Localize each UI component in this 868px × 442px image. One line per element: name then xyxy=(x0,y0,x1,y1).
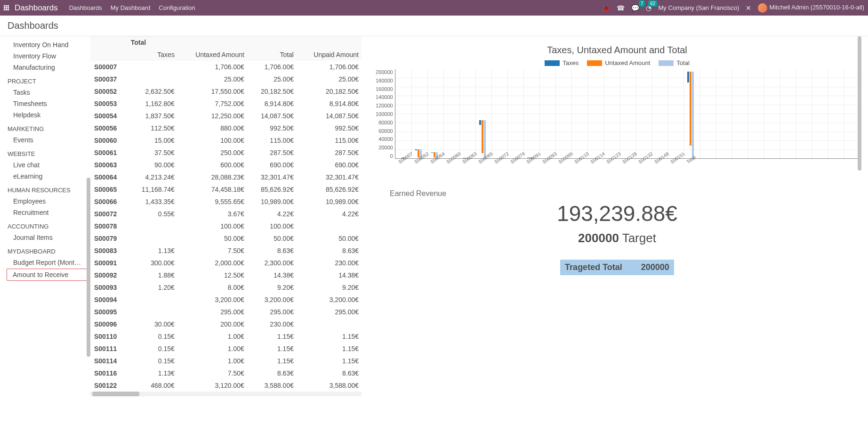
conversations-icon[interactable]: 💬7 xyxy=(631,4,639,12)
table-row[interactable]: S00056112.50€880.00€992.50€992.50€ xyxy=(90,122,362,134)
sb-item[interactable]: Manufacturing xyxy=(0,62,90,73)
row-header[interactable]: S00096 xyxy=(90,318,128,330)
sb-item[interactable]: Helpdesk xyxy=(0,109,90,121)
table-row[interactable]: S000071,706.00€1,706.00€1,706.00€ xyxy=(90,61,362,73)
row-header[interactable]: S00110 xyxy=(90,330,128,343)
sb-item[interactable]: Journal Items xyxy=(0,232,90,243)
table-row[interactable]: S000531,162.80€7,752.00€8,914.80€8,914.8… xyxy=(90,98,362,110)
row-header[interactable]: S00079 xyxy=(90,232,128,245)
cell: 0.15€ xyxy=(128,343,177,355)
nav-configuration[interactable]: Configuration xyxy=(159,4,195,11)
row-header[interactable]: S00060 xyxy=(90,134,128,147)
row-header[interactable]: S00078 xyxy=(90,220,128,232)
table-row[interactable]: S0007950.00€50.00€50.00€ xyxy=(90,232,362,245)
nav-dashboards[interactable]: Dashboards xyxy=(69,4,102,11)
nav-my-dashboard[interactable]: My Dashboard xyxy=(111,4,151,11)
row-header[interactable]: S00114 xyxy=(90,355,128,367)
col-group-total[interactable]: Total xyxy=(128,36,362,49)
sb-item[interactable]: Events xyxy=(0,134,90,146)
table-row[interactable]: S000661,433.35€9,555.65€10,989.00€10,989… xyxy=(90,196,362,208)
table-row[interactable]: S000921.88€12.50€14.38€14.38€ xyxy=(90,269,362,281)
row-header[interactable]: S00122 xyxy=(90,379,128,392)
col-header[interactable]: Total xyxy=(247,49,297,61)
table-row[interactable]: S001140.15€1.00€1.15€1.15€ xyxy=(90,355,362,367)
cell: 1.00€ xyxy=(177,355,247,367)
table-row[interactable]: S000831.13€7.50€8.63€8.63€ xyxy=(90,245,362,257)
legend-item[interactable]: Total xyxy=(659,59,689,66)
table-row[interactable]: S000522,632.50€17,550.00€20,182.50€20,18… xyxy=(90,85,362,98)
table-row[interactable]: S000943,200.00€3,200.00€3,200.00€ xyxy=(90,294,362,306)
row-header[interactable]: S00056 xyxy=(90,122,128,134)
user-menu[interactable]: Mitchell Admin (25570010-16-0-all) xyxy=(758,3,864,13)
table-row[interactable]: S000541,837.50€12,250.00€14,087.50€14,08… xyxy=(90,110,362,122)
table-row[interactable]: S001100.15€1.00€1.15€1.15€ xyxy=(90,330,362,343)
col-header[interactable]: Unpaid Amount xyxy=(297,49,362,61)
table-row[interactable]: S000931.20€8.00€9.20€9.20€ xyxy=(90,281,362,294)
table-row[interactable]: S001110.15€1.00€1.15€1.15€ xyxy=(90,343,362,355)
sb-item[interactable]: Inventory Flow xyxy=(0,50,90,62)
app-title: Dashboards xyxy=(15,3,58,13)
table-row[interactable]: S0003725.00€25.00€25.00€ xyxy=(90,73,362,85)
table-row[interactable]: S0006390.00€600.00€690.00€690.00€ xyxy=(90,159,362,171)
row-header[interactable]: S00072 xyxy=(90,208,128,220)
y-axis: 2000001800001600001400001200001000008000… xyxy=(376,69,395,159)
table-row[interactable]: S00122468.00€3,120.00€3,588.00€3,588.00€ xyxy=(90,379,362,392)
sb-header: MYDASHBOARD xyxy=(0,243,90,257)
table-row[interactable]: S00091300.00€2,000.00€2,300.00€230.00€ xyxy=(90,257,362,269)
support-icon[interactable]: ☎ xyxy=(617,4,625,12)
row-header[interactable]: S00066 xyxy=(90,196,128,208)
row-header[interactable]: S00037 xyxy=(90,73,128,85)
row-header[interactable]: S00063 xyxy=(90,159,128,171)
legend-item[interactable]: Taxes xyxy=(545,59,579,66)
row-header[interactable]: S00054 xyxy=(90,110,128,122)
horizontal-scrollbar[interactable] xyxy=(90,392,362,396)
apps-icon[interactable] xyxy=(4,5,9,10)
company-switcher[interactable]: My Company (San Francisco) xyxy=(658,4,739,11)
table-row[interactable]: S0006137.50€250.00€287.50€287.50€ xyxy=(90,147,362,159)
row-header[interactable]: S00116 xyxy=(90,367,128,379)
row-header[interactable]: S00094 xyxy=(90,294,128,306)
sb-item[interactable]: Budget Report (Mont… xyxy=(0,257,90,268)
row-header[interactable]: S00065 xyxy=(90,183,128,196)
col-header[interactable]: Untaxed Amount xyxy=(177,49,247,61)
legend-item[interactable]: Untaxed Amount xyxy=(587,59,650,66)
sb-item[interactable]: Inventory On Hand xyxy=(0,39,90,50)
table-row[interactable]: S0006015.00€100.00€115.00€115.00€ xyxy=(90,134,362,147)
y-tick: 100000 xyxy=(376,111,393,117)
row-header[interactable]: S00095 xyxy=(90,306,128,318)
row-header[interactable]: S00064 xyxy=(90,171,128,183)
row-header[interactable]: S00061 xyxy=(90,147,128,159)
row-header[interactable]: S00083 xyxy=(90,245,128,257)
sb-item[interactable]: Employees xyxy=(0,196,90,207)
table-row[interactable]: S000720.55€3.67€4.22€4.22€ xyxy=(90,208,362,220)
tools-icon[interactable]: ✕ xyxy=(746,4,751,12)
h-scroll-thumb[interactable] xyxy=(92,392,139,396)
row-header[interactable]: S00093 xyxy=(90,281,128,294)
sb-item[interactable]: Recruitment xyxy=(0,207,90,218)
col-header[interactable]: Taxes xyxy=(128,49,177,61)
table-row[interactable]: S000644,213.24€28,088.23€32,301.47€32,30… xyxy=(90,171,362,183)
table-row[interactable]: S00078100.00€100.00€ xyxy=(90,220,362,232)
sb-item[interactable]: Timesheets xyxy=(0,98,90,109)
row-header[interactable]: S00091 xyxy=(90,257,128,269)
row-header[interactable]: S00092 xyxy=(90,269,128,281)
sb-item[interactable]: Tasks xyxy=(0,87,90,98)
sb-item[interactable]: Amount to Receive xyxy=(7,269,89,281)
table-row[interactable]: S001161.13€7.50€8.63€8.63€ xyxy=(90,367,362,379)
cell xyxy=(128,232,177,245)
row-header[interactable]: S00052 xyxy=(90,85,128,98)
table-row[interactable]: S00095295.00€295.00€295.00€ xyxy=(90,306,362,318)
row-header[interactable]: S00111 xyxy=(90,343,128,355)
sb-item[interactable]: Live chat xyxy=(0,159,90,171)
content-scrollbar[interactable] xyxy=(858,36,861,171)
row-header[interactable]: S00053 xyxy=(90,98,128,110)
table-row[interactable]: S0006511,168.74€74,458.18€85,626.92€85,6… xyxy=(90,183,362,196)
cell: 1.15€ xyxy=(247,343,297,355)
debug-icon[interactable]: 🐞 xyxy=(602,4,610,12)
sb-item[interactable]: eLearning xyxy=(0,171,90,182)
scrollbar-thumb[interactable] xyxy=(87,178,90,357)
table-row[interactable]: S0009630.00€200.00€230.00€ xyxy=(90,318,362,330)
row-header[interactable]: S00007 xyxy=(90,61,128,73)
activity-icon[interactable]: ◔62 xyxy=(646,4,651,12)
bar xyxy=(692,72,694,158)
